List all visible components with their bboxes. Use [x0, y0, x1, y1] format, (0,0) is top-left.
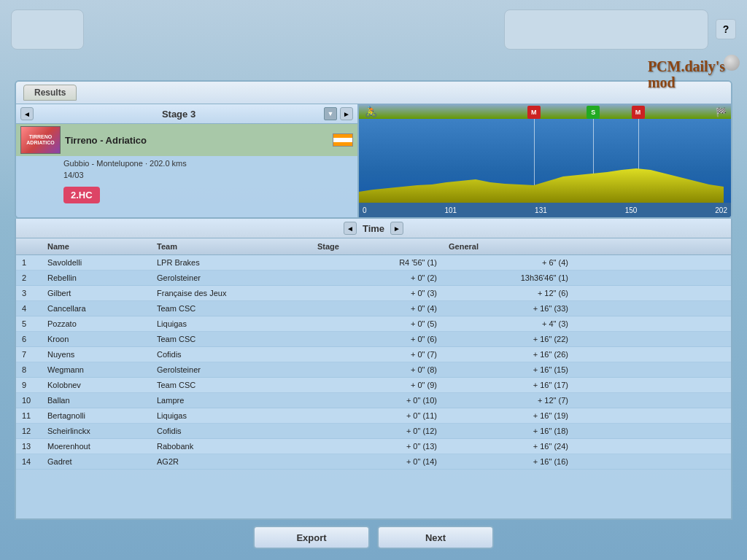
row-pos: 8: [16, 364, 42, 376]
cyclist-icon: 🚴: [365, 106, 379, 117]
row-team: Gerolsteiner: [151, 364, 311, 376]
km-label-202: 202: [715, 206, 727, 214]
hc-badge: 2.HC: [63, 187, 100, 203]
row-stage: R4 '56" (1): [311, 257, 443, 268]
km-label-0: 0: [363, 206, 367, 214]
row-general: + 16" (15): [443, 364, 574, 376]
col-header-name: Name: [42, 241, 151, 252]
export-button[interactable]: Export: [253, 526, 370, 549]
km-label-150: 150: [625, 206, 638, 214]
top-left-panel: [11, 9, 84, 50]
col-header-stage: Stage: [311, 241, 443, 252]
table-row[interactable]: 4CancellaraTeam CSC+ 0" (4)+ 16" (33): [16, 301, 731, 316]
row-pos: 4: [16, 303, 42, 314]
row-general: + 12" (6): [443, 287, 574, 299]
next-button[interactable]: Next: [377, 526, 494, 549]
stage-dropdown-button[interactable]: ▼: [324, 107, 337, 120]
row-general: + 4" (3): [443, 318, 574, 330]
row-team: Team CSC: [151, 303, 311, 314]
finish-flag: 🏁: [714, 106, 727, 119]
row-stage: + 0" (10): [311, 394, 443, 406]
row-name: Gilbert: [42, 287, 151, 299]
row-team: Team CSC: [151, 379, 311, 391]
row-stage: + 0" (7): [311, 349, 443, 360]
table-row[interactable]: 14GadretAG2R+ 0" (14)+ 16" (16): [16, 454, 731, 470]
prev-stage-button[interactable]: ◄: [20, 107, 34, 120]
results-tab[interactable]: Results: [23, 85, 77, 101]
country-flag: [333, 133, 353, 147]
row-name: Gadret: [42, 456, 151, 467]
mountain-flag-2: M: [632, 106, 645, 119]
row-scroll-space: [574, 425, 586, 437]
row-scroll-space: [574, 257, 586, 268]
row-scroll-space: [574, 303, 586, 314]
table-row[interactable]: 9KolobnevTeam CSC+ 0" (9)+ 16" (17): [16, 378, 731, 393]
row-name: Kolobnev: [42, 379, 151, 391]
profile-chart: 🚴 M S M 🏁: [359, 104, 731, 217]
row-scroll-space: [574, 440, 586, 452]
table-row[interactable]: 8WegmannGerolsteiner+ 0" (8)+ 16" (15): [16, 362, 731, 378]
km-label-131: 131: [535, 206, 547, 214]
row-stage: + 0" (6): [311, 333, 443, 345]
row-pos: 1: [16, 257, 42, 268]
table-row[interactable]: 12ScheirlinckxCofidis+ 0" (12)+ 16" (18): [16, 424, 731, 439]
table-row[interactable]: 3GilbertFrançaise des Jeux+ 0" (3)+ 12" …: [16, 286, 731, 301]
row-general: + 16" (24): [443, 440, 574, 452]
row-scroll-space: [574, 364, 586, 376]
stage-name-label: Stage 3: [36, 109, 321, 120]
row-name: Cancellara: [42, 303, 151, 314]
row-name: Ballan: [42, 394, 151, 406]
row-general: + 16" (22): [443, 333, 574, 345]
table-row[interactable]: 5PozzatoLiquigas+ 0" (5)+ 4" (3): [16, 316, 731, 332]
table-row[interactable]: 2RebellinGerolsteiner+ 0" (2)13h36'46" (…: [16, 271, 731, 286]
table-body: 1SavoldelliLPR BrakesR4 '56" (1)+ 6" (4)…: [16, 255, 731, 518]
row-name: Kroon: [42, 333, 151, 345]
pcm-logo: PCM.daily's mod: [648, 58, 725, 90]
row-team: Lampre: [151, 394, 311, 406]
sprint-flag: S: [587, 106, 600, 119]
row-stage: + 0" (13): [311, 440, 443, 452]
row-general: + 16" (17): [443, 379, 574, 391]
next-stage-button[interactable]: ►: [340, 107, 353, 120]
row-scroll-space: [574, 379, 586, 391]
bottom-bar: Export Next: [15, 526, 732, 549]
row-stage: + 0" (11): [311, 410, 443, 421]
table-row[interactable]: 1SavoldelliLPR BrakesR4 '56" (1)+ 6" (4): [16, 255, 731, 271]
race-name: Tirreno - Adriatico: [65, 135, 328, 146]
results-header: Results: [16, 82, 731, 104]
row-name: Nuyens: [42, 349, 151, 360]
route-text: Gubbio - Montelupone · 202.0 kms: [16, 156, 357, 169]
row-name: Scheirlinckx: [42, 425, 151, 437]
row-name: Pozzato: [42, 318, 151, 330]
row-scroll-space: [574, 318, 586, 330]
table-row[interactable]: 13MoerenhoutRabobank+ 0" (13)+ 16" (24): [16, 439, 731, 454]
table-row[interactable]: 7NuyensCofidis+ 0" (7)+ 16" (26): [16, 347, 731, 362]
row-stage: + 0" (8): [311, 364, 443, 376]
help-button[interactable]: ?: [716, 19, 736, 39]
row-stage: + 0" (4): [311, 303, 443, 314]
row-name: Rebellin: [42, 272, 151, 284]
row-scroll-space: [574, 394, 586, 406]
stage-selector: ◄ Stage 3 ▼ ►: [16, 104, 357, 124]
table-next-button[interactable]: ►: [390, 222, 403, 235]
main-content: Results ◄ Stage 3 ▼ ► TIRRENOADRIATICO: [15, 80, 732, 520]
table-row[interactable]: 6KroonTeam CSC+ 0" (6)+ 16" (22): [16, 332, 731, 347]
top-right-panel: [504, 9, 708, 50]
row-general: + 16" (16): [443, 456, 574, 467]
row-team: Team CSC: [151, 333, 311, 345]
top-bar: ?: [0, 0, 747, 58]
row-stage: + 0" (14): [311, 456, 443, 467]
profile-km-bar: 0 101 131 150 202: [359, 203, 731, 217]
row-general: + 16" (19): [443, 410, 574, 421]
row-stage: + 0" (2): [311, 272, 443, 284]
table-row[interactable]: 10BallanLampre+ 0" (10)+ 12" (7): [16, 393, 731, 408]
row-stage: + 0" (9): [311, 379, 443, 391]
row-name: Moerenhout: [42, 440, 151, 452]
row-name: Wegmann: [42, 364, 151, 376]
row-pos: 6: [16, 333, 42, 345]
row-team: Liquigas: [151, 410, 311, 421]
row-general: 13h36'46" (1): [443, 272, 574, 284]
table-row[interactable]: 11BertagnolliLiquigas+ 0" (11)+ 16" (19): [16, 408, 731, 424]
row-team: AG2R: [151, 456, 311, 467]
table-prev-button[interactable]: ◄: [344, 222, 357, 235]
